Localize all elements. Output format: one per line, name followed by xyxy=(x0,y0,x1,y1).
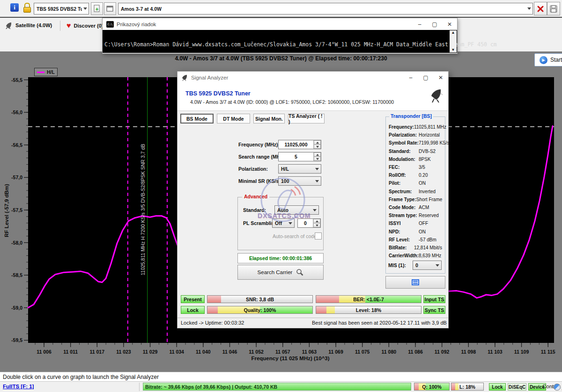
svg-text:11 086: 11 086 xyxy=(408,349,423,355)
play-icon: ▶ xyxy=(540,56,547,64)
y-axis-label: RF Level (-57,9 dBm) xyxy=(4,184,9,237)
svg-text:11 017: 11 017 xyxy=(89,349,104,355)
spin-up-icon[interactable] xyxy=(314,152,321,157)
feed-name-value: Amos 3-7 at 4.0W xyxy=(118,6,526,12)
lock-indicator[interactable]: Lock xyxy=(181,306,205,314)
chevron-down-icon xyxy=(287,222,294,225)
discover-toolbar-button[interactable]: ♥ Discover (0) xyxy=(67,22,103,30)
tab-signal-mon[interactable]: Signal Mon. xyxy=(253,114,285,123)
spin-down-icon[interactable] xyxy=(313,223,320,227)
bar-label: Quality: 100% xyxy=(207,306,312,313)
minimal-sr-dropdown[interactable]: 100 xyxy=(278,176,321,186)
delete-button[interactable] xyxy=(534,2,547,15)
spin-up-icon[interactable] xyxy=(314,140,321,145)
cmd-icon: C:\ xyxy=(106,21,114,28)
info-icon[interactable]: i xyxy=(10,3,19,12)
dialog-close-button[interactable]: ✕ xyxy=(433,72,448,84)
transponder-row: Modulation:8PSK xyxy=(389,157,442,164)
status-divider xyxy=(177,318,448,318)
transponder-list-button[interactable] xyxy=(385,276,445,289)
dialog-status-left: Locked -> Uptime: 00:03:32 xyxy=(181,320,244,326)
chevron-down-icon[interactable] xyxy=(82,7,89,10)
spin-down-icon[interactable] xyxy=(314,145,321,149)
heart-icon: ♥ xyxy=(67,22,71,30)
tab-bs-mode[interactable]: BS Mode xyxy=(180,114,214,123)
red-x-icon xyxy=(537,5,544,13)
app-window: i TBS 5925 DVBS2 Tuner + Amos 3-7 at 4.0… xyxy=(0,0,562,392)
transponder-groupbox: Frequency:11025,811 MHzPolarization:Hori… xyxy=(385,116,445,274)
cmd-maximize-button[interactable]: ▢ xyxy=(427,18,442,30)
frequency-value: 11025,000 xyxy=(279,140,313,149)
transponder-row: CarrierWidth:8,639 MHz xyxy=(389,253,442,260)
cmd-minimize-button[interactable]: – xyxy=(412,18,427,30)
spin-down-icon[interactable] xyxy=(314,157,321,161)
legend-line-swatch xyxy=(37,72,44,73)
tuner-select-value: TBS 5925 DVBS2 Tuner xyxy=(34,6,82,12)
cmd-close-button[interactable]: ✕ xyxy=(442,18,457,30)
transponder-row: RF Level:-57 dBm xyxy=(389,237,442,244)
svg-text:-57,5: -57,5 xyxy=(11,207,22,213)
transponder-row: Code Mode:ACM xyxy=(389,205,442,212)
scroll-down-icon[interactable]: ▼ xyxy=(451,48,455,52)
chevron-down-icon xyxy=(311,209,318,211)
new-feed-button[interactable]: + xyxy=(91,2,103,15)
fullts-link[interactable]: FullTS [F: 1] xyxy=(3,384,34,389)
save-button[interactable] xyxy=(547,2,560,15)
resize-grip[interactable]: ⋱ xyxy=(443,321,447,327)
quality-bar: Quality: 100% xyxy=(207,306,313,314)
dialog-title: Signal Analyzer xyxy=(191,75,228,80)
transponder-row: Stream type:Reserved xyxy=(389,213,442,220)
transponder-row: FEC:3/5 xyxy=(389,165,442,172)
standard-value: Auto xyxy=(275,207,311,213)
svg-text:-57,0: -57,0 xyxy=(11,174,22,180)
pl-scrambling-dropdown[interactable]: Off xyxy=(272,218,295,228)
cmd-scrollbar[interactable]: ▲ ▼ xyxy=(450,30,457,52)
dialog-tabs: BS ModeDT ModeSignal Mon.TS Analyzer ( !… xyxy=(177,114,384,124)
lock-status-button[interactable]: Lock xyxy=(489,383,506,391)
chevron-down-icon xyxy=(313,180,321,182)
lock-shackle-icon xyxy=(24,3,30,7)
svg-text:11 069: 11 069 xyxy=(328,349,343,355)
tab-ts-analyzer[interactable]: TS Analyzer ( ! ) xyxy=(288,114,325,123)
spin-up-icon[interactable] xyxy=(313,219,320,223)
dialog-minimize-button[interactable]: – xyxy=(403,72,418,84)
advanced-title: Advanced xyxy=(242,194,269,199)
polarization-value: H/L xyxy=(279,166,313,172)
mis-dropdown[interactable]: 0 xyxy=(413,261,442,270)
start-button[interactable]: ▶ Start xyxy=(534,53,562,66)
magnifier-icon xyxy=(296,269,303,276)
satellite-dish-logo xyxy=(429,87,444,103)
chevron-down-icon[interactable] xyxy=(526,7,532,10)
cmd-titlebar[interactable]: C:\ Prikazový riadok – ▢ ✕ xyxy=(103,18,457,30)
polarization-dropdown[interactable]: H/L xyxy=(278,164,321,174)
satellite-toolbar-button[interactable]: Satellite (4.0W) xyxy=(5,22,52,29)
svg-text:-59,5: -59,5 xyxy=(11,337,22,343)
tab-dt-mode[interactable]: DT Mode xyxy=(217,114,250,123)
frequency-spinner[interactable]: 11025,000 xyxy=(278,140,321,149)
present-indicator[interactable]: Present xyxy=(181,295,205,303)
svg-text:+: + xyxy=(95,6,98,13)
diseqc-button[interactable]: DiSEqC xyxy=(508,383,526,391)
standard-dropdown[interactable]: Auto xyxy=(274,205,319,215)
bar-label: Q: 100% xyxy=(414,383,449,390)
resize-grip[interactable]: ⋱ xyxy=(558,385,562,391)
sync-ts-indicator[interactable]: Sync TS xyxy=(423,306,445,314)
search-carrier-button[interactable]: Search Carrier xyxy=(237,265,324,280)
feed-name-combobox[interactable]: Amos 3-7 at 4.0W xyxy=(118,3,533,15)
scroll-up-icon[interactable]: ▲ xyxy=(451,30,455,35)
tuner-select[interactable]: TBS 5925 DVBS2 Tuner xyxy=(34,3,89,15)
window-icon xyxy=(106,5,114,12)
dialog-maximize-button[interactable]: ▢ xyxy=(418,72,433,84)
autosearch-checkbox[interactable] xyxy=(315,232,322,240)
cmd-console[interactable]: C:\Users\Roman>Roman Dávid_www.dxsatcs.c… xyxy=(103,30,457,53)
input-ts-indicator[interactable]: Input TS xyxy=(423,295,445,303)
pl-code-spinner[interactable]: 0 xyxy=(297,218,321,228)
new-page-plus-icon: + xyxy=(94,5,101,13)
lock-icon[interactable] xyxy=(23,3,31,13)
window-button[interactable] xyxy=(104,2,116,15)
pl-scrambling-value: Off xyxy=(273,220,287,226)
dialog-titlebar[interactable]: Signal Analyzer – ▢ ✕ xyxy=(177,72,448,84)
search-range-spinner[interactable]: 5 xyxy=(278,152,321,161)
svg-text:-56,5: -56,5 xyxy=(11,142,22,148)
svg-text:11 063: 11 063 xyxy=(302,349,317,355)
